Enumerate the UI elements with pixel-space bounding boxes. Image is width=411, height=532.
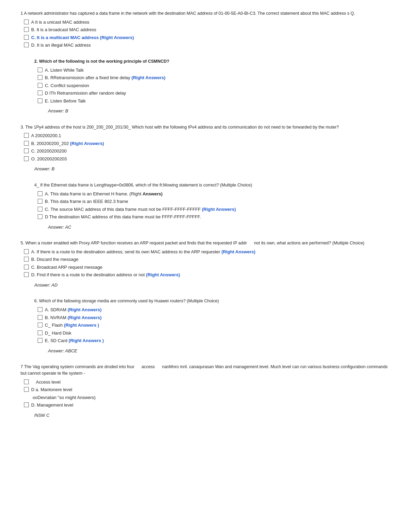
checkbox-q4b[interactable] (38, 199, 42, 204)
checkbox-q4a[interactable] (38, 191, 42, 196)
q5-answer: Answer: AD (34, 282, 390, 289)
list-item: C_ Flash (Right Answers ) (38, 322, 390, 329)
list-item: B. 200200200_202 (Right Answers) (24, 140, 390, 147)
list-item: Access level (24, 379, 390, 386)
list-item: A. Listen While Talk (38, 67, 390, 74)
list-item: C. Broadcast ARP request message (24, 264, 390, 271)
q2-text: 2. Which of the following is not the wor… (34, 58, 390, 65)
checkbox-q5a[interactable] (24, 249, 29, 254)
list-item: D a. Mantonere level (24, 386, 390, 393)
list-item: B. Discard the message (24, 256, 390, 263)
list-item: B. This data frame is an IEEE 802.3 fram… (38, 198, 390, 205)
page-content: 1 A network administrator has captured a… (21, 10, 390, 419)
list-item: B. NVRAM (Right Answers) (38, 314, 390, 321)
checkbox-q1c[interactable] (24, 35, 29, 40)
question-1: 1 A network administrator has captured a… (21, 10, 390, 49)
checkbox-q4c[interactable] (38, 207, 42, 211)
question-4: 4_ If the Ethernet data frame is Lengtha… (34, 182, 390, 230)
list-item: A. This data frame is an Ethernet H fram… (38, 191, 390, 197)
checkbox-q3a[interactable] (24, 133, 29, 138)
list-item: D. It is an illegal MAC address (24, 42, 390, 49)
checkbox-q5c[interactable] (24, 265, 29, 269)
list-item: C. It is a multicast MAC address (Right … (24, 34, 390, 41)
q5-text: 5. When a router enabled with Proxy ARP … (21, 240, 390, 246)
checkbox-q3b[interactable] (24, 141, 29, 146)
q4-answer: Answer: AC (48, 224, 390, 231)
checkbox-q4d[interactable] (38, 214, 42, 219)
checkbox-q5b[interactable] (24, 257, 29, 262)
question-2: 2. Which of the following is not the wor… (34, 58, 390, 114)
q6-answer: Answer: ABCE (48, 348, 390, 354)
checkbox-q2e[interactable] (38, 98, 42, 103)
list-item: O. 200200200203 (24, 156, 390, 162)
list-item: C. The source MAC address of this data f… (38, 206, 390, 213)
list-item: B. It is a broadcast MAC address (24, 26, 390, 33)
checkbox-q6e[interactable] (38, 338, 42, 343)
list-item: C. Conflict suspension (38, 82, 390, 89)
checkbox-q3d[interactable] (24, 156, 29, 161)
q1-text: 1 A network administrator has captured a… (21, 10, 390, 17)
checkbox-q1d[interactable] (24, 43, 29, 47)
checkbox-q6c[interactable] (38, 323, 42, 327)
list-item: A. If there is a route to the destinatio… (24, 249, 390, 255)
checkbox-q2d[interactable] (38, 90, 42, 95)
question-6: 6. Which of the fallowing storage media … (34, 298, 390, 354)
checkbox-q7d[interactable] (24, 402, 29, 407)
checkbox-q7b[interactable] (24, 387, 29, 392)
checkbox-q1b[interactable] (24, 27, 29, 32)
list-item: A 200200200.1 (24, 132, 390, 139)
q7-text: 7 The Vag operating system commands are … (21, 364, 390, 377)
checkbox-q2a[interactable] (38, 68, 42, 72)
question-5: 5. When a router enabled with Proxy ARP … (21, 240, 390, 288)
q6-text: 6. Which of the fallowing storage media … (34, 298, 390, 304)
list-item: C. 200200200200 (24, 148, 390, 155)
list-item: A. SDRAM (Right Answers) (38, 306, 390, 313)
checkbox-q6d[interactable] (38, 330, 42, 335)
question-7: 7 The Vag operating system commands are … (21, 364, 390, 419)
list-item: D ITh Retransmission after random delay (38, 90, 390, 97)
checkbox-q3c[interactable] (24, 148, 29, 153)
checkbox-q6b[interactable] (38, 315, 42, 320)
list-item: A It is a unicast MAC address (24, 19, 390, 26)
checkbox-q2b[interactable] (38, 75, 42, 80)
checkbox-q5d[interactable] (24, 272, 29, 277)
question-3: 3. The 1Py4 address of the host is 200_2… (21, 124, 390, 172)
list-item: D The destination MAC address of this da… (38, 214, 390, 220)
list-item: B. RRetransmission after a fixed time de… (38, 74, 390, 81)
list-item: E. SD Card (Right Answers ) (38, 337, 390, 344)
q3-text: 3. The 1Py4 address of the host is 200_2… (21, 124, 390, 131)
q2-answer: Answer: B (48, 108, 390, 114)
checkbox-q6a[interactable] (38, 307, 42, 312)
list-item: D. Management level (24, 402, 390, 409)
q7-answer: /NSW C (34, 412, 390, 419)
list-item: ooDevralian "so might Answers) (24, 394, 390, 401)
checkbox-q1a[interactable] (24, 20, 29, 24)
list-item: D. Find if there is a route to the desti… (24, 271, 390, 278)
list-item: E. Listen Before Talk (38, 98, 390, 105)
q4-text: 4_ If the Ethernet data frame is Lengtha… (34, 182, 390, 189)
checkbox-q2c[interactable] (38, 83, 42, 88)
checkbox-q7a[interactable] (24, 379, 29, 384)
list-item: D_ Hard Disk (38, 330, 390, 337)
q3-answer: Answer: B (34, 166, 390, 172)
